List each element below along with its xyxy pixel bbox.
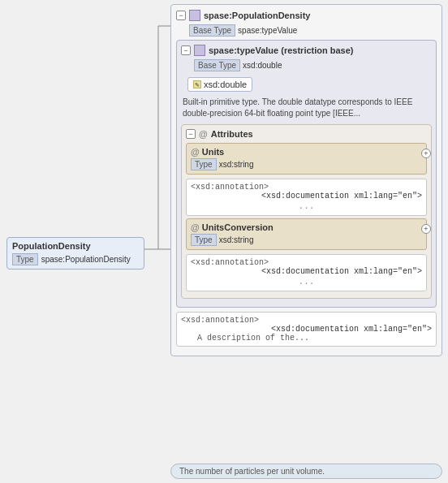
attributes-section: − @ Attributes @ Units Type xsd:string + (181, 124, 432, 299)
unitsconversion-annotation: <xsd:annotation> <xsd:documentation xml:… (186, 254, 427, 291)
units-name: Units (202, 147, 225, 157)
units-type-label: Type (191, 158, 217, 170)
bottom-annotation-line2: <xsd:documentation xml:lang="en"> (181, 325, 432, 334)
edit-icon: ✎ (193, 80, 201, 88)
inner-node-name: spase:typeValue (restriction base) (209, 45, 354, 55)
status-bar-text: The number of particles per unit volume. (179, 467, 325, 476)
units-type-value: xsd:string (219, 160, 254, 169)
attr-section-title: Attributes (211, 129, 253, 139)
attr-unitsconversion-item: @ UnitsConversion Type xsd:string + (186, 218, 427, 250)
attr-units-item: @ Units Type xsd:string + (186, 143, 427, 175)
bottom-annotation-line3: A description of the... (181, 334, 432, 343)
inner-base-type-value: xsd:double (243, 61, 282, 70)
unitsconversion-type-value: xsd:string (219, 235, 254, 244)
inner-collapse-btn[interactable]: − (181, 45, 191, 55)
bottom-annotation: <xsd:annotation> <xsd:documentation xml:… (176, 312, 437, 347)
inner-base-type-label: Base Type (194, 59, 240, 71)
attr-at-symbol: @ (199, 129, 208, 139)
top-base-type-label: Base Type (189, 24, 235, 37)
top-header-row: Base Type spase:typeValue (189, 24, 437, 37)
left-box-value: spase:PopulationDensity (41, 255, 131, 264)
inner-type-icon (194, 45, 205, 56)
unitsconversion-at-symbol: @ (191, 222, 200, 232)
units-at-symbol: @ (191, 147, 200, 157)
units-annotation-open: <xsd:annotation> (191, 183, 422, 192)
unitsconversion-plus-btn[interactable]: + (421, 224, 431, 234)
right-panel: − spase:PopulationDensity Base Type spas… (170, 4, 442, 356)
units-annotation: <xsd:annotation> <xsd:documentation xml:… (186, 179, 427, 216)
units-annotation-doc: <xsd:documentation xml:lang="en"> (191, 192, 422, 201)
unitsconversion-type-label: Type (191, 234, 217, 246)
unitsconversion-name: UnitsConversion (202, 222, 274, 232)
top-base-type-value: spase:typeValue (238, 26, 297, 35)
left-box-title: PopulationDensity (12, 241, 139, 251)
units-type-row: Type xsd:string (191, 158, 422, 170)
inner-header-row: Base Type xsd:double (194, 59, 432, 71)
top-type-icon (189, 10, 200, 21)
left-box: PopulationDensity Type spase:PopulationD… (6, 237, 144, 270)
top-node-name: spase:PopulationDensity (204, 11, 310, 20)
attr-unitsconversion-header: @ UnitsConversion (191, 222, 422, 232)
units-plus-btn[interactable]: + (421, 149, 431, 158)
left-box-label: Type (12, 253, 38, 265)
unitsconversion-type-row: Type xsd:string (191, 234, 422, 246)
unitsconversion-annotation-open: <xsd:annotation> (191, 258, 422, 267)
inner-node-header: − spase:typeValue (restriction base) (181, 45, 432, 56)
inner-box: − spase:typeValue (restriction base) Bas… (176, 40, 437, 308)
left-box-row: Type spase:PopulationDensity (12, 253, 139, 265)
xsd-badge[interactable]: ✎ xsd:double (187, 77, 252, 92)
units-ellipsis: ... (191, 201, 422, 212)
attr-collapse-btn[interactable]: − (186, 129, 196, 139)
bottom-annotation-line1: <xsd:annotation> (181, 316, 432, 325)
top-node-header: − spase:PopulationDensity (176, 10, 437, 21)
attr-section-header: − @ Attributes (186, 129, 427, 139)
unitsconversion-annotation-doc: <xsd:documentation xml:lang="en"> (191, 267, 422, 276)
xsd-description: Built-in primitive type. The double data… (181, 94, 432, 122)
status-bar: The number of particles per unit volume. (170, 464, 442, 479)
xsd-badge-label: xsd:double (204, 80, 247, 89)
attr-units-header: @ Units (191, 147, 422, 157)
main-container: PopulationDensity Type spase:PopulationD… (0, 0, 448, 483)
unitsconversion-ellipsis: ... (191, 276, 422, 287)
top-collapse-btn[interactable]: − (176, 11, 186, 20)
